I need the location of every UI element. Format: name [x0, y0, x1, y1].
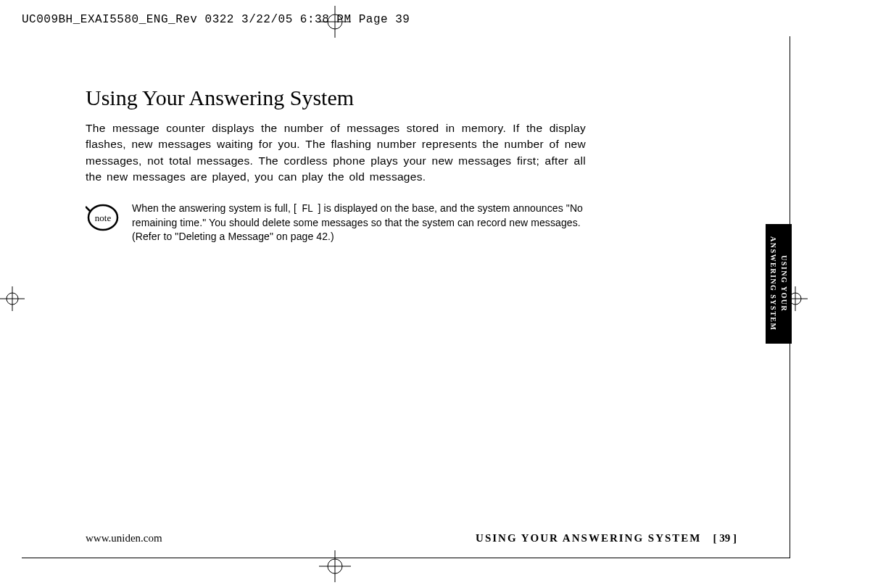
intro-paragraph: The message counter displays the number … — [86, 120, 586, 186]
note-block: note When the answering system is full, … — [86, 202, 586, 244]
footer-url: www.uniden.com — [86, 532, 162, 544]
registration-mark-left — [0, 286, 25, 314]
note-text-line2: remaining time." You should delete some … — [132, 217, 581, 228]
page-footer: www.uniden.com USING YOUR ANSWERING SYST… — [86, 531, 737, 544]
side-tab-line2: ANSWERING SYSTEM — [769, 236, 777, 331]
note-text-line3: (Refer to "Deleting a Message" on page 4… — [132, 231, 334, 242]
note-text-part1: When the answering system is full, [ — [132, 202, 297, 214]
note-text: When the answering system is full, [ FL … — [132, 202, 583, 244]
svg-text:note: note — [95, 212, 112, 223]
main-content: Using Your Answering System The message … — [86, 86, 586, 244]
prepress-header: UC009BH_EXAI5580_ENG_Rev 0322 3/22/05 6:… — [22, 13, 410, 26]
footer-page-number: [ 39 ] — [713, 532, 737, 544]
page-title: Using Your Answering System — [86, 86, 586, 110]
footer-section-title: USING YOUR ANSWERING SYSTEM — [476, 532, 701, 544]
svg-line-13 — [86, 207, 90, 211]
fl-display-code: FL — [297, 203, 318, 215]
note-text-part2: ] is displayed on the base, and the syst… — [318, 202, 583, 214]
side-tab-line1: USING YOUR — [780, 255, 788, 312]
registration-mark-top — [319, 6, 351, 41]
note-icon: note — [86, 203, 119, 235]
section-tab: USING YOUR ANSWERING SYSTEM — [766, 224, 792, 344]
